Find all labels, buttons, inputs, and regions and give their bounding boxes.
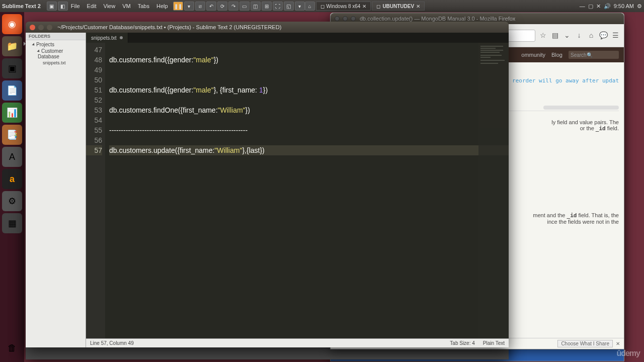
sidebar-header: FOLDERS bbox=[26, 33, 86, 40]
volume-icon[interactable]: 🔊 bbox=[604, 3, 611, 10]
layout2-icon[interactable]: ◫ bbox=[251, 2, 261, 11]
site-search[interactable]: Search 🔍 bbox=[569, 51, 619, 59]
sublime-titlebar[interactable]: ~/Projects/Customer Database/snippets.tx… bbox=[26, 22, 509, 33]
trash-icon[interactable]: 🗑 bbox=[2, 338, 22, 358]
tab-bar: snippets.txt bbox=[86, 33, 509, 43]
cookie-choose-button[interactable]: Choose What I Share bbox=[557, 340, 613, 347]
code-area[interactable]: db.customers.find({gender:"male"}) db.cu… bbox=[105, 43, 509, 338]
power-icon[interactable]: ⚙ bbox=[637, 3, 642, 10]
unity-launcher: ◉ 📁 🦊 S ▣ 📄 📊 📑 A a ⚙ ▦ 🗑 bbox=[0, 12, 24, 362]
nav-community[interactable]: ommunity bbox=[521, 52, 545, 58]
vm-tab-ubuntu[interactable]: ◻UBUNTUDEV✕ bbox=[372, 2, 425, 11]
home-icon[interactable]: ⌂ bbox=[587, 31, 596, 40]
menubar-menus: File Edit View VM Tabs Help bbox=[68, 2, 171, 10]
refresh-icon[interactable]: ⟳ bbox=[217, 2, 227, 11]
cookie-close-icon[interactable]: ✕ bbox=[616, 341, 620, 346]
sidebar-file[interactable]: snippets.txt bbox=[26, 60, 86, 66]
firefox-title: db.collection.update() — MongoDB Manual … bbox=[360, 16, 515, 22]
editor: snippets.txt 4748495051525354555657 db.c… bbox=[86, 33, 509, 347]
toolbar-icons: ❚❚ ▾ ⎚ ↶ ⟳ ↷ ▭ ◫ ⊞ ⛶ ◱ ▾ bbox=[173, 2, 305, 11]
snap-icon[interactable]: ⎚ bbox=[195, 2, 205, 11]
star-icon[interactable]: ☆ bbox=[538, 31, 547, 40]
menu-view[interactable]: View bbox=[101, 2, 119, 10]
hamburger-icon[interactable]: ☰ bbox=[611, 31, 620, 40]
app-name: Sublime Text 2 bbox=[2, 3, 41, 9]
impress-icon[interactable]: 📑 bbox=[2, 125, 22, 145]
sidebar-root[interactable]: Projects bbox=[26, 41, 86, 48]
terminal-icon[interactable]: ▣ bbox=[2, 58, 22, 78]
menubar-left-icons: ▣ ◧ bbox=[47, 2, 68, 11]
dash-icon[interactable]: ◉ bbox=[2, 14, 22, 34]
sublime-title: ~/Projects/Customer Database/snippets.tx… bbox=[57, 24, 281, 30]
menu-help[interactable]: Help bbox=[153, 2, 171, 10]
menu-file[interactable]: File bbox=[68, 2, 83, 10]
fullscreen-icon[interactable]: ⛶ bbox=[273, 2, 283, 11]
chat-icon[interactable]: 💬 bbox=[599, 31, 608, 40]
vm-tabs: ⌂ ◻Windows 8 x64✕ ◻UBUNTUDEV✕ bbox=[305, 2, 425, 11]
system-menubar: Sublime Text 2 ▣ ◧ File Edit View VM Tab… bbox=[0, 0, 644, 12]
status-syntax[interactable]: Plain Text bbox=[483, 340, 505, 346]
editor-tab[interactable]: snippets.txt bbox=[86, 33, 128, 43]
back-icon[interactable]: ↶ bbox=[206, 2, 216, 11]
system-tray: — ▢ ✕ 🔊 9:50 AM ⚙ bbox=[580, 3, 642, 10]
search-icon: 🔍 bbox=[587, 52, 593, 58]
pocket-icon[interactable]: ⌄ bbox=[562, 31, 572, 40]
unity-icon[interactable]: ◱ bbox=[284, 2, 294, 11]
writer-icon[interactable]: 📄 bbox=[2, 80, 22, 101]
maximize-icon[interactable]: ▢ bbox=[588, 3, 593, 10]
sublime-window: ~/Projects/Customer Database/snippets.tx… bbox=[26, 22, 509, 347]
home-tab-icon[interactable]: ⌂ bbox=[305, 2, 315, 11]
menu-edit[interactable]: Edit bbox=[84, 2, 100, 10]
status-bar: Line 57, Column 49 Tab Size: 4 Plain Tex… bbox=[86, 338, 509, 347]
tool-icon[interactable]: ◧ bbox=[58, 2, 68, 11]
calc-icon[interactable]: 📊 bbox=[2, 103, 22, 123]
close-sys-icon[interactable]: ✕ bbox=[596, 3, 601, 10]
download-icon[interactable]: ↓ bbox=[575, 31, 584, 40]
nav-blog[interactable]: Blog bbox=[551, 52, 562, 58]
ff-close-icon[interactable] bbox=[335, 16, 340, 21]
scrollbar-h[interactable] bbox=[543, 106, 619, 110]
vm-icon[interactable]: ▣ bbox=[47, 2, 57, 11]
pause-icon[interactable]: ❚❚ bbox=[173, 2, 183, 11]
vm-tab-windows[interactable]: ◻Windows 8 x64✕ bbox=[316, 2, 371, 11]
layout1-icon[interactable]: ▭ bbox=[239, 2, 250, 11]
st-close-icon[interactable] bbox=[30, 25, 35, 30]
watermark: ûdemy bbox=[616, 349, 640, 358]
minimize-icon[interactable]: — bbox=[580, 3, 585, 9]
layout3-icon[interactable]: ⊞ bbox=[262, 2, 272, 11]
app-icon[interactable]: ▦ bbox=[2, 213, 22, 233]
line-gutter: 4748495051525354555657 bbox=[86, 43, 105, 338]
bookmark-icon[interactable]: ▤ bbox=[550, 31, 559, 40]
menu-tabs[interactable]: Tabs bbox=[135, 2, 152, 10]
code-sample: reorder will go away after updat bbox=[512, 77, 619, 84]
sidebar: FOLDERS Projects Customer Database snipp… bbox=[26, 33, 86, 347]
status-tabsize[interactable]: Tab Size: 4 bbox=[450, 340, 474, 346]
status-position: Line 57, Column 49 bbox=[90, 340, 134, 346]
dropdown-icon[interactable]: ▾ bbox=[184, 2, 194, 11]
ubuntu-software-icon[interactable]: A bbox=[2, 147, 22, 167]
files-icon[interactable]: 📁 bbox=[2, 36, 22, 56]
st-min-icon[interactable] bbox=[38, 25, 44, 30]
forward-icon[interactable]: ↷ bbox=[228, 2, 238, 11]
amazon-icon[interactable]: a bbox=[2, 169, 22, 189]
ff-min-icon[interactable] bbox=[343, 16, 348, 21]
clock[interactable]: 9:50 AM bbox=[614, 3, 634, 9]
menu-vm[interactable]: VM bbox=[119, 2, 134, 10]
minimap[interactable] bbox=[478, 43, 509, 338]
settings-dropdown-icon[interactable]: ▾ bbox=[295, 2, 305, 11]
modified-dot-icon bbox=[120, 36, 123, 39]
ff-max-icon[interactable] bbox=[351, 16, 356, 21]
st-max-icon[interactable] bbox=[47, 25, 52, 30]
sidebar-folder[interactable]: Customer Database bbox=[26, 48, 86, 60]
settings-icon[interactable]: ⚙ bbox=[2, 191, 22, 211]
